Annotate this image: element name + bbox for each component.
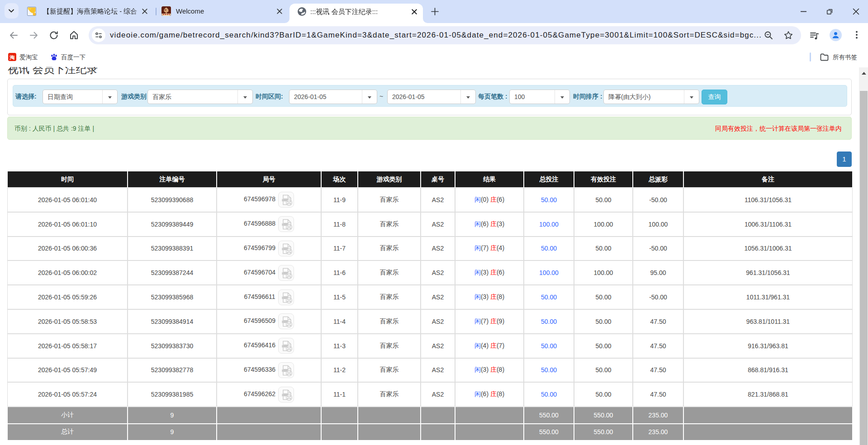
svg-text:淘: 淘 (9, 55, 15, 60)
